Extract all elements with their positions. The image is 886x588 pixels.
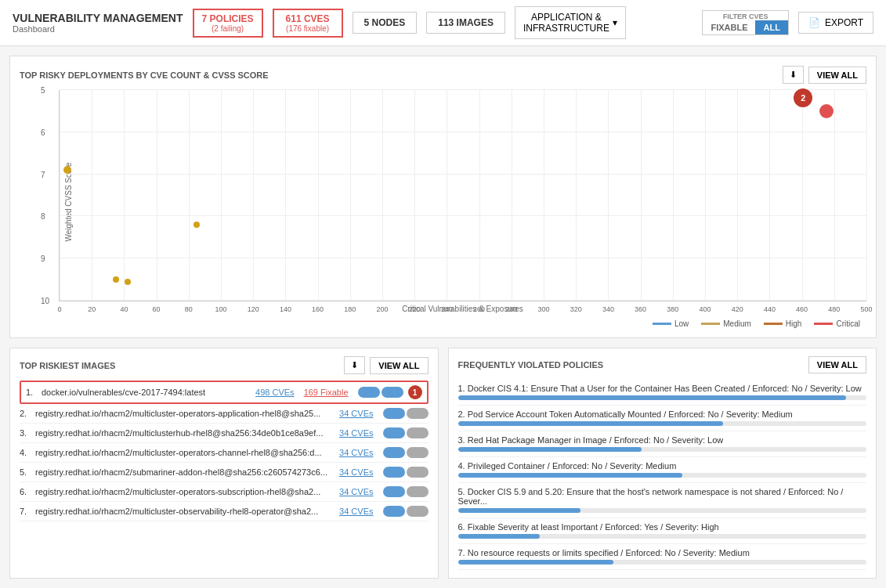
policy-bar-bg xyxy=(458,421,867,426)
image-name: registry.redhat.io/rhacm2/multicluster-o… xyxy=(35,487,335,496)
chart-title: TOP RISKY DEPLOYMENTS BY CVE COUNT & CVS… xyxy=(20,70,269,80)
chart-collapse-button[interactable]: ⬇ xyxy=(783,66,804,84)
toggle-off[interactable] xyxy=(407,447,429,458)
export-label: EXPORT xyxy=(825,17,863,28)
policies-button[interactable]: 7 POLICIES (2 failing) xyxy=(193,9,263,38)
toggle-on[interactable] xyxy=(383,427,405,438)
policy-bar-fill xyxy=(458,560,613,565)
image-row[interactable]: 7.registry.redhat.io/rhacm2/multicluster… xyxy=(20,502,429,521)
image-name: docker.io/vulnerables/cve-2017-7494:late… xyxy=(42,388,251,397)
toggle-group xyxy=(383,467,429,478)
toggle-off[interactable] xyxy=(407,506,429,517)
policies-view-all-button[interactable]: VIEW ALL xyxy=(808,356,866,373)
cve-count[interactable]: 34 CVEs xyxy=(339,507,373,516)
chart-view-all-button[interactable]: VIEW ALL xyxy=(808,67,866,84)
image-list: 1.docker.io/vulnerables/cve-2017-7494:la… xyxy=(20,381,429,521)
legend-high: High xyxy=(764,319,802,328)
legend-medium-line xyxy=(701,323,720,325)
image-row[interactable]: 1.docker.io/vulnerables/cve-2017-7494:la… xyxy=(20,381,429,404)
toggle-group xyxy=(358,387,403,398)
nodes-button[interactable]: 5 NODES xyxy=(353,12,418,34)
policy-bar-bg xyxy=(458,508,867,513)
cve-count[interactable]: 34 CVEs xyxy=(339,487,373,496)
policy-text: 4. Privileged Container / Enforced: No /… xyxy=(458,461,867,471)
filter-tabs: FIXABLE ALL xyxy=(703,20,787,34)
policy-row[interactable]: 6. Fixable Severity at least Important /… xyxy=(458,518,867,544)
cve-count[interactable]: 498 CVEs xyxy=(255,388,295,397)
policy-row[interactable]: 3. Red Hat Package Manager in Image / En… xyxy=(458,431,867,457)
fixable-count[interactable]: 169 Fixable xyxy=(304,388,349,397)
toggle-on[interactable] xyxy=(383,506,405,517)
x-axis-label: Critical Vulnerabilities & Exposures xyxy=(59,305,866,313)
images-title: TOP RISKIEST IMAGES xyxy=(20,361,115,370)
legend-medium-label: Medium xyxy=(723,319,751,328)
app-title: VULNERABILITY MANAGEMENT Dashboard xyxy=(13,12,183,34)
chart-wrapper: Weighted CVSS Score 56789100204060801001… xyxy=(59,90,866,313)
filter-all-tab[interactable]: ALL xyxy=(755,20,787,34)
toggle-off[interactable] xyxy=(407,408,429,419)
policy-list: 1. Docker CIS 4.1: Ensure That a User fo… xyxy=(458,380,867,570)
images-view-all-button[interactable]: VIEW ALL xyxy=(370,357,428,374)
cve-count[interactable]: 34 CVEs xyxy=(339,409,373,418)
toggle-on[interactable] xyxy=(383,467,405,478)
toggle-off[interactable] xyxy=(407,467,429,478)
image-index: 1. xyxy=(26,388,37,397)
toggle-on[interactable] xyxy=(383,408,405,419)
filter-cves-group: FILTER CVES FIXABLE ALL xyxy=(702,10,788,35)
policy-row[interactable]: 5. Docker CIS 5.9 and 5.20: Ensure that … xyxy=(458,483,867,518)
legend-critical-label: Critical xyxy=(836,319,860,328)
policy-bar-fill xyxy=(458,534,540,539)
toggle-group xyxy=(383,486,429,497)
cve-count[interactable]: 34 CVEs xyxy=(339,467,373,477)
policy-row[interactable]: 2. Pod Service Account Token Automatical… xyxy=(458,406,867,431)
chart-dot-4[interactable] xyxy=(819,104,834,118)
app-name: VULNERABILITY MANAGEMENT xyxy=(13,12,183,24)
image-index: 3. xyxy=(20,428,31,438)
chart-dot-0[interactable] xyxy=(63,166,71,174)
cve-count[interactable]: 34 CVEs xyxy=(339,428,373,438)
filter-fixable-tab[interactable]: FIXABLE xyxy=(703,20,755,34)
image-row[interactable]: 4.registry.redhat.io/rhacm2/multicluster… xyxy=(20,443,429,463)
export-button[interactable]: 📄 EXPORT xyxy=(798,12,873,34)
policies-count: 7 POLICIES xyxy=(202,13,254,24)
toggle-off[interactable] xyxy=(407,427,429,438)
toggle-off[interactable] xyxy=(407,486,429,497)
chart-section: TOP RISKY DEPLOYMENTS BY CVE COUNT & CVS… xyxy=(9,56,877,338)
policy-row[interactable]: 7. No resource requests or limits specif… xyxy=(458,544,867,570)
infra-dropdown[interactable]: APPLICATION &INFRASTRUCTURE ▾ xyxy=(515,6,626,39)
legend-medium: Medium xyxy=(701,319,751,328)
legend-high-label: High xyxy=(786,319,802,328)
chart-dot-2[interactable] xyxy=(125,279,131,285)
chart-badge: 2 xyxy=(794,88,812,107)
image-row[interactable]: 3.registry.redhat.io/rhacm2/multicluster… xyxy=(20,424,429,443)
image-row[interactable]: 2.registry.redhat.io/rhacm2/multicluster… xyxy=(20,404,429,424)
chart-dot-3[interactable] xyxy=(193,222,200,228)
cves-fixable: (176 fixable) xyxy=(282,24,334,33)
chart-dot-1[interactable] xyxy=(113,276,119,283)
policies-title: FREQUENTLY VIOLATED POLICIES xyxy=(458,360,604,370)
images-collapse-button[interactable]: ⬇ xyxy=(344,356,365,374)
policy-row[interactable]: 1. Docker CIS 4.1: Ensure That a User fo… xyxy=(458,380,867,406)
toggle-on[interactable] xyxy=(383,486,405,497)
image-name: registry.redhat.io/rhacm2/multicluster-o… xyxy=(35,448,335,457)
toggle-on[interactable] xyxy=(383,447,405,458)
policy-bar-bg xyxy=(458,560,867,565)
image-row[interactable]: 5.registry.redhat.io/rhacm2/submariner-a… xyxy=(20,463,429,482)
policy-row[interactable]: 4. Privileged Container / Enforced: No /… xyxy=(458,457,867,483)
toggle-group xyxy=(383,408,429,419)
cves-button[interactable]: 611 CVES (176 fixable) xyxy=(273,9,343,38)
bottom-panels: TOP RISKIEST IMAGES ⬇ VIEW ALL 1.docker.… xyxy=(9,348,877,579)
policy-text: 6. Fixable Severity at least Important /… xyxy=(458,522,867,532)
policy-text: 5. Docker CIS 5.9 and 5.20: Ensure that … xyxy=(458,487,867,506)
toggle-off[interactable] xyxy=(382,387,403,398)
toggle-group xyxy=(383,427,429,438)
image-row[interactable]: 6.registry.redhat.io/rhacm2/multicluster… xyxy=(20,482,429,502)
legend-high-line xyxy=(764,323,783,325)
cve-count[interactable]: 34 CVEs xyxy=(339,448,373,457)
policy-bar-fill xyxy=(458,473,683,478)
images-button[interactable]: 113 IMAGES xyxy=(426,12,505,34)
image-index: 4. xyxy=(20,448,31,457)
image-index: 5. xyxy=(20,467,31,477)
chevron-down-icon: ▾ xyxy=(613,17,617,28)
toggle-on[interactable] xyxy=(358,387,380,398)
